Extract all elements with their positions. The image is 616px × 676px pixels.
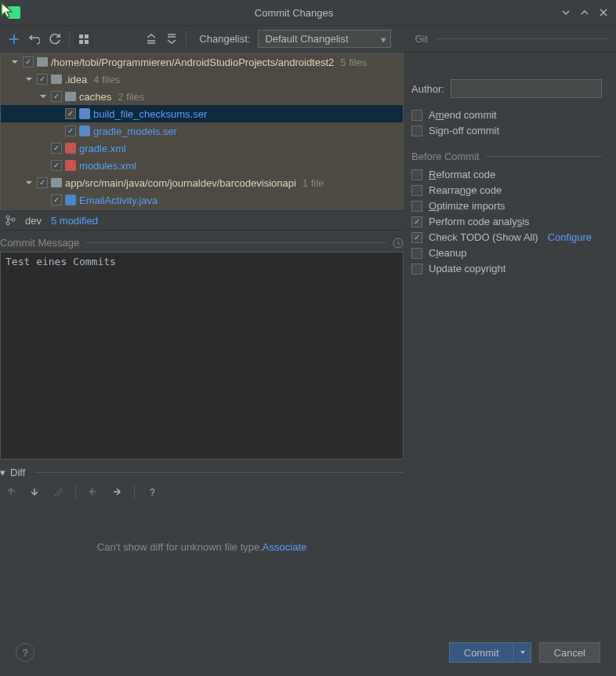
- group-by-icon[interactable]: [78, 33, 90, 45]
- help-icon[interactable]: ?: [146, 485, 158, 498]
- signoff-checkbox[interactable]: [411, 125, 422, 136]
- tree-row[interactable]: caches2 files: [1, 88, 403, 105]
- tree-row[interactable]: app/src/main/java/com/journaldev/barcode…: [1, 174, 403, 191]
- file-tree[interactable]: /home/tobi/Programmieren/AndroidStudioPr…: [0, 53, 404, 210]
- window-title: Commit Changes: [27, 7, 561, 19]
- file-name: build_file_checksums.ser: [93, 108, 207, 120]
- expand-icon[interactable]: [38, 92, 48, 101]
- titlebar: Commit Changes: [0, 0, 616, 26]
- reformat-checkbox[interactable]: [411, 169, 422, 180]
- file-name: .idea: [65, 74, 87, 85]
- java-file-icon: [65, 194, 76, 205]
- svg-text:?: ?: [150, 487, 155, 496]
- commit-dropdown[interactable]: [514, 642, 531, 663]
- todo-checkbox[interactable]: [411, 232, 422, 243]
- svg-rect-3: [79, 40, 83, 44]
- footer: ? Commit Cancel: [0, 629, 616, 676]
- before-commit-label: Before Commit: [411, 151, 480, 162]
- collapse-up-icon[interactable]: [580, 8, 589, 17]
- git-section-label: Git: [415, 33, 428, 45]
- todo-label: Check TODO (Show All): [429, 231, 538, 243]
- configure-link[interactable]: Configure: [548, 231, 592, 243]
- tree-row[interactable]: EmailActivity.java: [1, 191, 403, 209]
- diff-label: Diff: [10, 467, 25, 478]
- tree-row[interactable]: gradle_models.ser: [1, 122, 403, 140]
- next-change-icon[interactable]: [28, 485, 41, 498]
- cleanup-checkbox[interactable]: [411, 248, 422, 259]
- tree-row[interactable]: gradle.xml: [1, 140, 403, 157]
- branch-icon: [5, 215, 16, 226]
- file-checkbox[interactable]: [51, 194, 62, 205]
- diff-body: Can't show diff for unknown file type. A…: [0, 503, 404, 590]
- history-icon[interactable]: [393, 238, 404, 249]
- tree-row[interactable]: modules.xml: [1, 157, 403, 174]
- changelist-select[interactable]: Default Changelist: [258, 30, 391, 48]
- file-checkbox[interactable]: [23, 56, 34, 67]
- modified-count[interactable]: 5 modified: [51, 215, 98, 227]
- edit-icon: [52, 485, 64, 498]
- optimize-label: Optimize imports: [429, 200, 505, 212]
- file-count: 5 files: [340, 56, 367, 68]
- folder-icon: [65, 92, 76, 101]
- copyright-checkbox[interactable]: [411, 263, 422, 274]
- changelist-label: Changelist:: [199, 33, 250, 45]
- close-icon[interactable]: [599, 8, 608, 17]
- amend-checkbox[interactable]: [411, 110, 422, 121]
- chevron-down-icon: ▾: [0, 467, 5, 478]
- file-name: EmailActivity.java: [79, 194, 158, 206]
- refresh-icon[interactable]: [49, 33, 61, 45]
- svg-point-5: [6, 216, 9, 219]
- file-checkbox[interactable]: [51, 143, 62, 154]
- rearrange-label: Rearrange code: [429, 184, 502, 196]
- expand-all-icon[interactable]: [145, 33, 158, 45]
- author-label: Author:: [411, 83, 444, 95]
- svg-rect-2: [85, 35, 89, 38]
- associate-link[interactable]: Associate: [263, 541, 306, 553]
- revert-icon[interactable]: [28, 33, 41, 45]
- rearrange-checkbox[interactable]: [411, 185, 422, 196]
- collapse-down-icon[interactable]: [561, 8, 571, 17]
- file-checkbox[interactable]: [65, 108, 76, 119]
- collapse-all-icon[interactable]: [165, 33, 178, 45]
- xml-file-icon: [65, 160, 76, 171]
- svg-rect-1: [79, 35, 83, 38]
- analysis-checkbox[interactable]: [411, 216, 422, 227]
- prev-change-icon: [5, 485, 17, 498]
- file-checkbox[interactable]: [51, 91, 62, 102]
- file-name: modules.xml: [79, 160, 136, 172]
- svg-rect-0: [8, 6, 20, 19]
- toolbar: Changelist: Default Changelist ▾ Git: [0, 26, 616, 53]
- tree-row[interactable]: build_file_checksums.ser: [1, 105, 403, 122]
- cancel-button[interactable]: Cancel: [539, 642, 600, 663]
- expand-icon[interactable]: [24, 75, 34, 84]
- file-name: /home/tobi/Programmieren/AndroidStudioPr…: [51, 56, 334, 68]
- diff-unknown-text: Can't show diff for unknown file type.: [97, 541, 263, 553]
- xml-file-icon: [65, 143, 76, 154]
- diff-toggle[interactable]: ▾ Diff: [0, 465, 404, 480]
- file-checkbox[interactable]: [37, 74, 48, 85]
- file-count: 2 files: [118, 91, 144, 103]
- tree-row[interactable]: .idea4 files: [1, 71, 403, 88]
- signoff-label: Sign-off commit: [429, 125, 499, 136]
- author-input[interactable]: [451, 79, 602, 98]
- tree-row[interactable]: /home/tobi/Programmieren/AndroidStudioPr…: [1, 53, 403, 71]
- folder-icon: [51, 178, 62, 187]
- app-logo-icon: [8, 6, 20, 19]
- help-button[interactable]: ?: [16, 643, 34, 662]
- ser-file-icon: [79, 108, 90, 119]
- expand-icon[interactable]: [10, 57, 20, 67]
- file-checkbox[interactable]: [51, 160, 62, 171]
- optimize-checkbox[interactable]: [411, 201, 422, 212]
- reformat-label: Reformat code: [429, 169, 495, 180]
- commit-button[interactable]: Commit: [449, 642, 514, 663]
- show-diff-icon[interactable]: [8, 33, 20, 45]
- commit-message-input[interactable]: [0, 252, 404, 460]
- file-checkbox[interactable]: [65, 125, 76, 136]
- expand-icon[interactable]: [24, 178, 34, 187]
- file-checkbox[interactable]: [37, 177, 48, 188]
- branch-name[interactable]: dev: [25, 215, 42, 227]
- status-line: dev 5 modified: [0, 210, 404, 231]
- next-file-icon[interactable]: [111, 485, 123, 498]
- svg-point-7: [12, 218, 15, 221]
- file-name: caches: [79, 91, 111, 103]
